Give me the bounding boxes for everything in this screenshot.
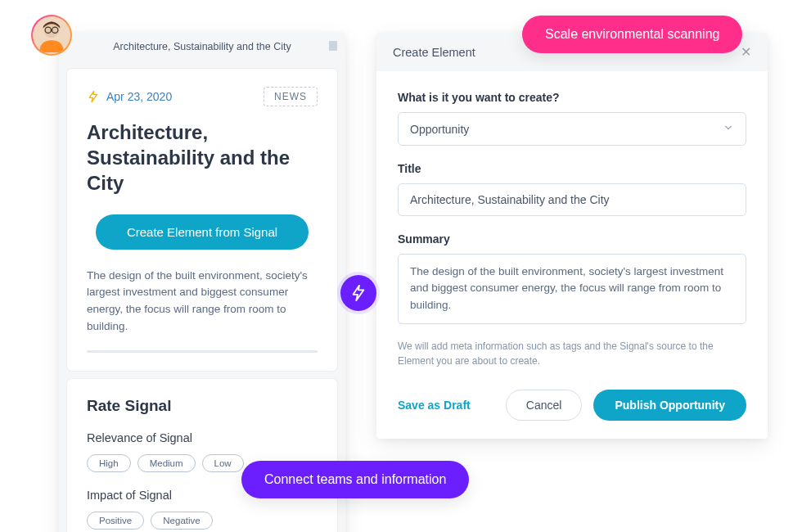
signal-title: Architecture, Sustainability and the Cit… <box>87 119 318 196</box>
rate-signal-card: Rate Signal Relevance of Signal High Med… <box>67 379 337 532</box>
title-label: Title <box>398 162 746 175</box>
create-element-from-signal-button[interactable]: Create Element from Signal <box>96 214 309 250</box>
create-type-select[interactable]: Opportunity <box>398 112 746 146</box>
signal-panel-header: Architecture, Sustainability and the Cit… <box>59 33 345 61</box>
publish-button[interactable]: Publish Opportunity <box>593 390 746 421</box>
document-icon <box>329 41 337 51</box>
signal-date: Apr 23, 2020 <box>87 90 172 103</box>
impact-chip-negative[interactable]: Negative <box>151 512 212 530</box>
avatar-image <box>33 16 70 54</box>
summary-label: Summary <box>398 232 746 246</box>
summary-textarea[interactable] <box>398 254 746 324</box>
title-input[interactable] <box>398 183 746 216</box>
pill-connect-teams: Connect teams and information <box>241 461 469 498</box>
bolt-icon <box>87 90 100 103</box>
rate-heading: Rate Signal <box>87 397 318 415</box>
create-type-value: Opportunity <box>410 123 469 136</box>
close-icon[interactable]: ✕ <box>741 44 751 60</box>
signal-panel-title: Architecture, Sustainability and the Cit… <box>113 41 291 52</box>
save-draft-button[interactable]: Save as Draft <box>398 399 494 412</box>
meta-note: We will add meta information such as tag… <box>398 339 746 368</box>
bolt-badge <box>340 275 376 311</box>
date-text: Apr 23, 2020 <box>106 90 172 103</box>
relevance-chip-low[interactable]: Low <box>202 454 244 472</box>
signal-body: The design of the built environment, soc… <box>87 268 318 336</box>
create-element-header: Create Element <box>393 46 475 59</box>
relevance-chip-medium[interactable]: Medium <box>137 454 196 472</box>
divider <box>87 350 318 353</box>
news-tag: NEWS <box>264 87 318 106</box>
pill-scale-scanning: Scale environmental scanning <box>522 16 742 53</box>
chevron-down-icon <box>723 122 734 136</box>
signal-panel: Architecture, Sustainability and the Cit… <box>59 33 345 532</box>
relevance-label: Relevance of Signal <box>87 431 318 444</box>
create-type-label: What is it you want to create? <box>398 91 746 104</box>
bolt-icon <box>349 284 367 302</box>
avatar[interactable] <box>31 15 72 56</box>
signal-card: Apr 23, 2020 NEWS Architecture, Sustaina… <box>67 69 337 371</box>
cancel-button[interactable]: Cancel <box>506 390 583 421</box>
relevance-chip-high[interactable]: High <box>87 454 131 472</box>
impact-chip-positive[interactable]: Positive <box>87 512 144 530</box>
create-element-panel: Create Element ✕ What is it you want to … <box>376 33 768 439</box>
